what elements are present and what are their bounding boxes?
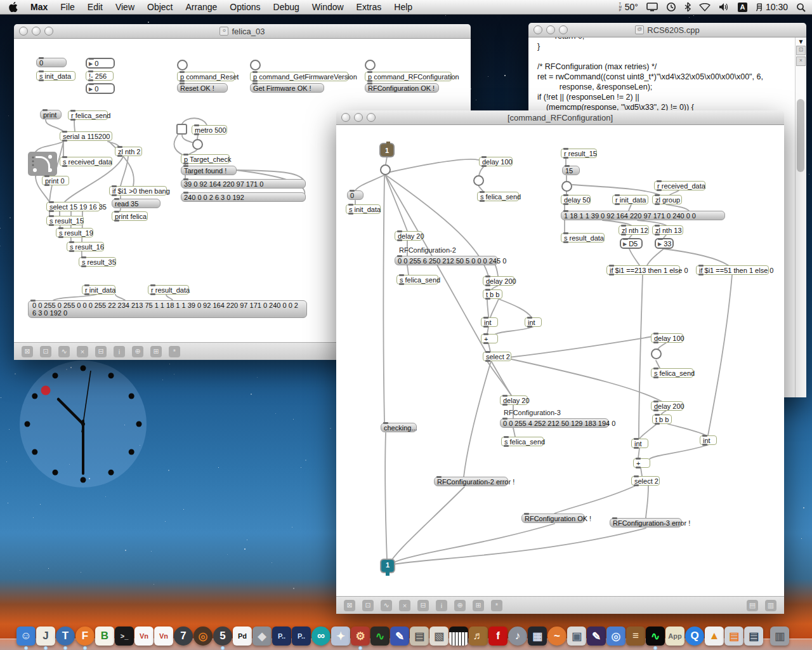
obj-if-i1-0-then-bang[interactable]: if $i1 >0 then bang (109, 186, 167, 196)
grid-icon[interactable]: ⊞ (473, 600, 484, 611)
scrollbar-thumb[interactable] (797, 99, 804, 172)
obj-int[interactable]: int (700, 435, 717, 445)
obj-metro-500[interactable]: metro 500 (192, 125, 227, 135)
obj-p-command-rfconfiguration[interactable]: p command_RFConfiguration (365, 72, 452, 81)
obj-256[interactable]: !- 256 (86, 71, 114, 81)
minimize-button[interactable] (546, 25, 555, 34)
obj-s-result-data[interactable]: s result_data (561, 233, 605, 242)
msg-rfconfiguration-ok[interactable]: RFConfiguration OK ! (365, 83, 439, 93)
dock-journler[interactable]: J (36, 627, 55, 646)
toggle-box[interactable] (176, 124, 187, 135)
num-33[interactable]: ▶33 (655, 238, 674, 249)
minimize-button[interactable] (32, 27, 41, 36)
dock-music-headphones[interactable]: ♪ (508, 627, 527, 646)
obj-s-result-16[interactable]: s result_16 (67, 242, 104, 251)
dock-midi-keyboard[interactable] (449, 627, 468, 646)
dock-appzapper[interactable]: App (665, 627, 684, 646)
zoom-button[interactable] (367, 113, 376, 122)
obj-delay-100[interactable]: delay 100 (651, 333, 683, 343)
menu-help[interactable]: Help (388, 0, 419, 14)
obj-p-target-check[interactable]: p Target_check (181, 154, 230, 164)
dock-photos-app[interactable]: ▣ (567, 627, 586, 646)
menu-edit[interactable]: Edit (81, 0, 109, 14)
connections-icon[interactable]: ⊕ (454, 600, 466, 611)
dock-vlc[interactable]: ▲ (705, 627, 724, 646)
menu-object[interactable]: Object (141, 0, 179, 14)
zoom-button[interactable] (44, 27, 53, 36)
dock-printer-scanner[interactable]: ▤ (410, 627, 429, 646)
actions-icon[interactable]: * (169, 346, 180, 357)
dock-penguin-window-folder[interactable]: ▤ (744, 627, 763, 646)
presentation-icon[interactable]: ⊟ (417, 600, 429, 611)
apple-menu[interactable] (0, 0, 24, 14)
dock-terminal[interactable]: >_ (115, 627, 134, 646)
command-titlebar[interactable]: [command_RFConfiguration] (336, 110, 784, 125)
volume-icon[interactable] (719, 3, 730, 11)
zoom-button[interactable] (559, 25, 568, 34)
msg-240-0-0-2-6-3-0-192[interactable]: 240 0 0 2 6 3 0 192 (181, 192, 306, 202)
dock-orange-ring-app[interactable]: ◎ (193, 627, 213, 646)
obj-int[interactable]: int (481, 317, 498, 327)
num-d5[interactable]: ▶D5 (620, 238, 643, 249)
msg-39-0-92-164-220-97-171-0[interactable]: 39 0 92 164 220 97 171 0 (181, 179, 306, 189)
obj-r-felica-send[interactable]: r felica_send (68, 110, 108, 120)
msg-checking[interactable]: checking... (381, 423, 417, 432)
obj-select-2[interactable]: select 2 (631, 476, 660, 486)
info-icon[interactable]: i (114, 346, 125, 357)
dock-quicktime[interactable]: Q (685, 627, 704, 646)
num-0[interactable]: ▶0 (86, 83, 115, 94)
actions-icon[interactable]: * (491, 600, 502, 611)
obj-print-0[interactable]: print 0 (42, 176, 69, 185)
close-button[interactable] (534, 25, 542, 34)
obj-[interactable]: + (481, 334, 498, 343)
obj-serial-a-115200[interactable]: serial a 115200 (60, 131, 112, 141)
msg-rfconfiguration-3-error[interactable]: RFConfiguration-3 error ! (610, 518, 682, 527)
close-box-icon[interactable]: × (77, 346, 88, 357)
new-object-icon[interactable]: ⊡ (40, 346, 51, 357)
connections-icon[interactable]: ⊕ (132, 346, 143, 357)
obj-zl-group[interactable]: zl group (652, 195, 682, 204)
menu-max[interactable]: Max (24, 0, 54, 14)
command-patch-canvas[interactable]: 10s init_datadelay 100s felica_sendr res… (336, 125, 784, 596)
obj-if-i1-213-then-1-else-0[interactable]: if $i1 ==213 then 1 else 0 (606, 265, 680, 275)
close-box-icon[interactable]: × (399, 600, 410, 611)
msg-0-0-255-0-255-0-0-0-255-22-234[interactable]: 0 0 255 0 255 0 0 0 255 22 234 213 75 1 … (28, 300, 307, 318)
obj-r-result-15[interactable]: r result_15 (561, 149, 597, 158)
obj-s-result-35[interactable]: s result_35 (79, 257, 116, 267)
lock-icon[interactable]: ⊠ (344, 600, 355, 611)
obj-s-init-data[interactable]: s init_data (346, 204, 381, 214)
dock-imovie[interactable]: ▦ (528, 627, 547, 646)
obj-if-i1-51-then-1-else-0[interactable]: if $i1 ==51 then 1 else 0 (696, 265, 769, 275)
felica-titlebar[interactable]: o felica_03 (14, 24, 471, 39)
msg-print[interactable]: print (40, 110, 62, 119)
obj-s-result-19[interactable]: s result_19 (56, 228, 93, 237)
menu-extras[interactable]: Extras (350, 0, 388, 14)
dock-bathyscaphe[interactable]: B (95, 627, 114, 646)
patch-cords-icon[interactable]: ∿ (58, 346, 70, 357)
msg-0[interactable]: 0 (347, 190, 363, 200)
close-button[interactable] (19, 27, 28, 36)
bang-box[interactable] (561, 181, 572, 192)
dock-vine-viewer[interactable]: Vn (154, 627, 173, 646)
bang-box[interactable] (192, 139, 203, 150)
analog-clock-widget[interactable] (16, 357, 150, 493)
time-machine-icon[interactable] (666, 2, 676, 12)
msg-reset-ok[interactable]: Reset OK ! (177, 83, 228, 93)
obj-p-command-reset[interactable]: p command_Reset (177, 72, 235, 81)
presentation-icon[interactable]: ⊟ (95, 346, 107, 357)
edit-box-icon[interactable]: ⊡ (796, 46, 806, 55)
msg-0[interactable]: 0 (36, 58, 67, 67)
dock-garageband[interactable]: ♬ (469, 627, 488, 646)
msg-target-found[interactable]: Target found ! (181, 166, 237, 175)
temperature-widget[interactable]: T M P 50° (619, 2, 638, 12)
dock-podium-app[interactable]: ≡ (626, 627, 645, 646)
dock-arduino[interactable]: ∞ (311, 627, 331, 646)
dock-processing-1[interactable]: P.. (272, 627, 291, 646)
dock-cube-app[interactable]: ◆ (252, 627, 272, 646)
bluetooth-icon[interactable] (684, 2, 691, 12)
msg-get-firmware-ok[interactable]: Get Firmware OK ! (250, 83, 324, 93)
obj-delay-20[interactable]: delay 20 (395, 231, 422, 241)
obj-delay-20[interactable]: delay 20 (500, 395, 528, 405)
dock-firefox-window-folder[interactable]: ▤ (724, 627, 743, 646)
dock-vine-server[interactable]: Vn (134, 627, 154, 646)
